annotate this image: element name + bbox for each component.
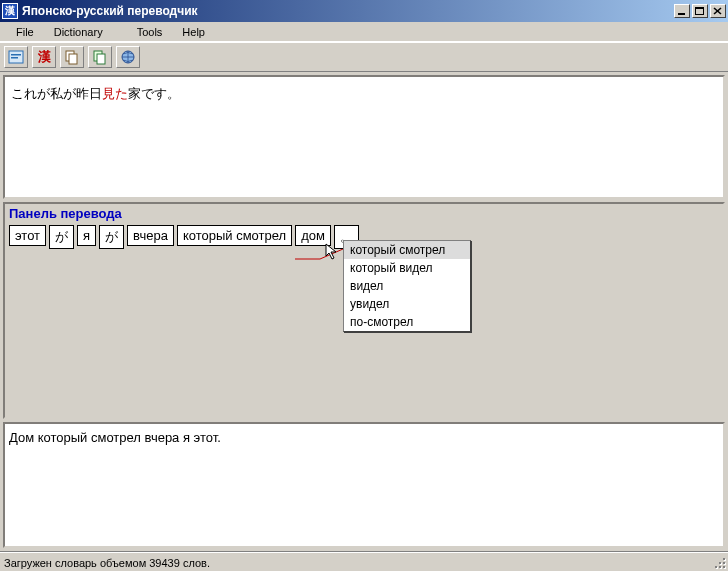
dropdown-item[interactable]: который смотрел (344, 241, 470, 259)
token[interactable]: этот (9, 225, 46, 246)
work-area: これが私が昨日見た家です。 Панель перевода этотがяがвче… (0, 72, 728, 551)
source-pre: これが私が昨日 (11, 86, 102, 101)
red-connector-line (295, 249, 345, 261)
svg-rect-0 (678, 13, 685, 15)
dropdown-item[interactable]: увидел (344, 295, 470, 313)
translation-panel: Панель перевода этотがяがвчеракоторый смот… (3, 202, 725, 419)
token[interactable]: が (99, 225, 124, 249)
window-title: Японско-русский переводчик (22, 4, 674, 18)
maximize-button[interactable] (692, 4, 708, 18)
translation-panel-title: Панель перевода (5, 204, 723, 225)
menu-tools[interactable]: Tools (127, 24, 173, 40)
source-post: 家です。 (128, 86, 180, 101)
token-dropdown[interactable]: который смотрелкоторый виделвиделувиделп… (343, 240, 471, 332)
kanji-icon: 漢 (36, 49, 52, 65)
toolbar-globe-button[interactable] (116, 46, 140, 68)
app-icon: 漢 (2, 3, 18, 19)
output-text-pane[interactable]: Дом который смотрел вчера я этот. (3, 422, 725, 548)
minimize-button[interactable] (674, 4, 690, 18)
toolbar: 漢 (0, 42, 728, 72)
copy-icon (64, 49, 80, 65)
svg-rect-9 (69, 54, 77, 64)
menu-help[interactable]: Help (172, 24, 215, 40)
svg-rect-6 (11, 54, 21, 56)
menu-file[interactable]: File (6, 24, 44, 40)
token[interactable]: я (77, 225, 96, 246)
source-highlighted: 見た (102, 86, 128, 101)
translate-icon (8, 49, 24, 65)
resize-grip[interactable] (712, 555, 726, 569)
token[interactable]: вчера (127, 225, 174, 246)
toolbar-kanji-button[interactable]: 漢 (32, 46, 56, 68)
source-text-pane[interactable]: これが私が昨日見た家です。 (3, 75, 725, 199)
toolbar-copy-button[interactable] (60, 46, 84, 68)
menu-bar: File Dictionary Tools Help (0, 22, 728, 42)
svg-rect-2 (695, 7, 704, 9)
output-text: Дом который смотрел вчера я этот. (9, 430, 221, 445)
close-button[interactable] (710, 4, 726, 18)
dropdown-item[interactable]: видел (344, 277, 470, 295)
token[interactable]: дом (295, 225, 331, 246)
window-controls (674, 4, 726, 18)
svg-rect-7 (11, 57, 18, 59)
dropdown-item[interactable]: по-смотрел (344, 313, 470, 331)
token[interactable]: который смотрел (177, 225, 292, 246)
menu-dictionary[interactable]: Dictionary (44, 24, 113, 40)
globe-icon (120, 49, 136, 65)
toolbar-translate-button[interactable] (4, 46, 28, 68)
paste-icon (92, 49, 108, 65)
title-bar: 漢 Японско-русский переводчик (0, 0, 728, 22)
status-bar: Загружен словарь объемом 39439 слов. (0, 551, 728, 571)
dropdown-item[interactable]: который видел (344, 259, 470, 277)
status-text: Загружен словарь объемом 39439 слов. (4, 557, 210, 569)
token[interactable]: が (49, 225, 74, 249)
toolbar-paste-button[interactable] (88, 46, 112, 68)
svg-rect-11 (97, 54, 105, 64)
